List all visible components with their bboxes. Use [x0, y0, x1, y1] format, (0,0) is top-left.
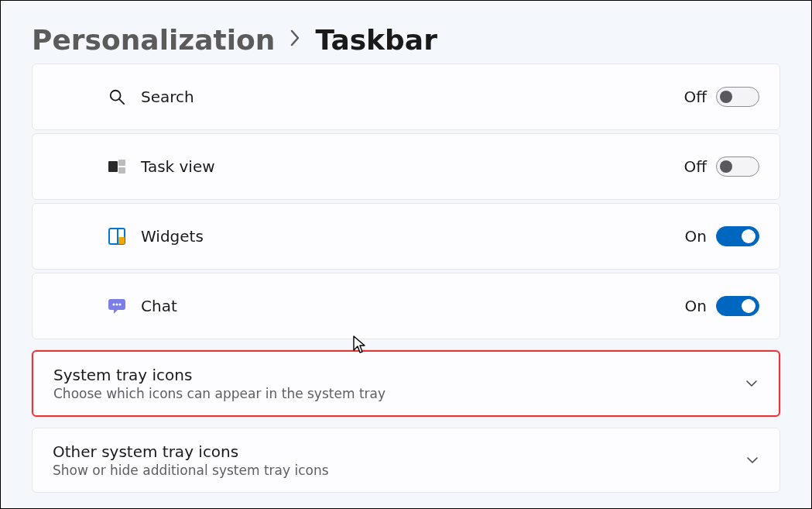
- item-widgets[interactable]: Widgets On: [32, 203, 780, 270]
- search-icon: [107, 87, 127, 107]
- item-label: Search: [141, 88, 680, 106]
- toggle-state-text: Off: [680, 88, 707, 106]
- svg-rect-6: [117, 229, 118, 244]
- svg-rect-7: [118, 237, 125, 244]
- chevron-right-icon: [289, 28, 301, 53]
- taskbar-items-group: Search Off Task view Off Widgets On Chat: [32, 64, 780, 339]
- chevron-down-icon: [745, 377, 759, 390]
- toggle-chat[interactable]: [716, 296, 759, 316]
- toggle-widgets[interactable]: [716, 226, 759, 246]
- toggle-task-view[interactable]: [716, 156, 759, 177]
- chat-icon: [107, 296, 127, 316]
- item-label: Widgets: [141, 227, 680, 246]
- item-task-view[interactable]: Task view Off: [32, 133, 780, 200]
- item-search[interactable]: Search Off: [32, 64, 780, 130]
- section-other-system-tray-icons[interactable]: Other system tray icons Show or hide add…: [32, 428, 780, 493]
- svg-rect-3: [118, 160, 125, 166]
- section-subtitle: Show or hide additional system tray icon…: [53, 463, 745, 478]
- chevron-down-icon: [745, 453, 759, 467]
- svg-rect-4: [118, 167, 125, 174]
- svg-rect-2: [108, 161, 118, 172]
- item-label: Task view: [141, 157, 680, 176]
- section-system-tray-icons[interactable]: System tray icons Choose which icons can…: [32, 350, 780, 417]
- svg-point-10: [119, 304, 122, 306]
- widgets-icon: [107, 226, 127, 246]
- svg-line-1: [119, 99, 124, 104]
- section-title: System tray icons: [53, 366, 745, 384]
- section-subtitle: Choose which icons can appear in the sys…: [53, 386, 745, 401]
- toggle-state-text: On: [680, 297, 707, 315]
- svg-point-8: [113, 304, 115, 306]
- section-title: Other system tray icons: [53, 442, 745, 461]
- svg-point-9: [116, 304, 118, 306]
- breadcrumb: Personalization Taskbar: [1, 1, 811, 64]
- toggle-state-text: On: [680, 227, 707, 246]
- breadcrumb-current: Taskbar: [315, 24, 437, 56]
- toggle-state-text: Off: [680, 157, 707, 176]
- task-view-icon: [107, 156, 127, 177]
- item-label: Chat: [141, 297, 680, 315]
- toggle-search[interactable]: [716, 87, 759, 107]
- breadcrumb-parent-link[interactable]: Personalization: [32, 24, 275, 56]
- item-chat[interactable]: Chat On: [32, 273, 780, 339]
